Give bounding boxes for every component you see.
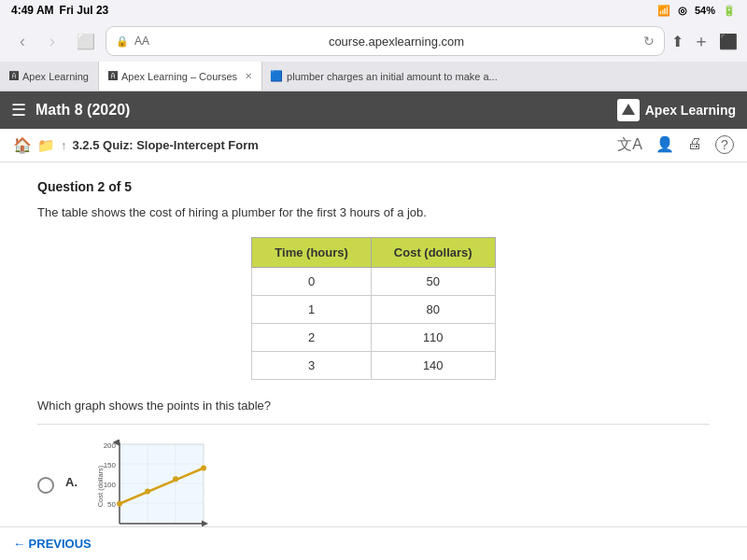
which-graph-text: Which graph shows the points in this tab… [37,399,710,413]
svg-text:2: 2 [174,526,178,527]
tab-apex-courses[interactable]: 🅰 Apex Learning – Courses ✕ [99,62,262,91]
browser-tabs: 🅰 Apex Learning 🅰 Apex Learning – Course… [0,62,747,91]
svg-marker-0 [622,104,635,115]
choice-a-label: A. [65,475,80,489]
tabs-icon[interactable]: ⬜ [77,33,95,50]
table-row: 3140 [252,351,495,379]
folder-icon[interactable]: 📁 [37,137,55,154]
table-cell: 140 [371,351,495,379]
address-bar[interactable]: 🔒 AA course.apexlearning.com ↻ [106,27,664,55]
graph-a-container: 200 150 100 50 0 1 2 3 Cost [92,440,222,527]
table-row: 2110 [252,323,495,351]
help-icon[interactable]: ? [715,135,734,154]
person-icon[interactable]: 👤 [655,135,674,155]
tab2-favicon: 🅰 [108,71,118,81]
table-cell: 80 [371,295,495,323]
translate-icon[interactable]: 文A [617,135,642,155]
app-title: Math 8 (2020) [35,102,130,119]
question-label: Question 2 of 5 [37,179,710,194]
font-size-indicator: AA [134,35,149,48]
location-icon: ◎ [678,5,687,17]
table-cell: 110 [371,323,495,351]
question-text: The table shows the cost of hiring a plu… [37,203,710,222]
svg-text:50: 50 [107,500,116,509]
apex-logo-icon [617,99,640,121]
table-row: 180 [252,295,495,323]
share-icon[interactable]: ⬆ [671,33,684,50]
app-header-left: ☰ Math 8 (2020) [11,100,130,120]
svg-text:1: 1 [146,526,150,527]
svg-text:0: 0 [118,526,122,527]
add-tab-icon[interactable]: ＋ [693,30,710,52]
svg-rect-1 [120,444,204,524]
quiz-nav: 🏠 📁 ↑ 3.2.5 Quiz: Slope-Intercept Form 文… [0,129,747,162]
table-cell: 0 [252,267,372,295]
svg-text:100: 100 [104,481,117,489]
apex-logo: Apex Learning [617,99,736,121]
bottom-nav: ← PREVIOUS [0,526,747,560]
svg-point-21 [117,500,122,506]
svg-point-24 [201,465,206,470]
data-table: Time (hours) Cost (dollars) 050180211031… [251,237,495,380]
tab3-favicon: 🟦 [270,70,283,82]
toolbar-actions: ⬆ ＋ ⬛ [671,30,738,52]
svg-text:3: 3 [202,526,206,527]
svg-text:Cost (dollars): Cost (dollars) [96,465,105,507]
forward-button[interactable]: › [39,28,65,54]
tab3-label: plumber charges an initial amount to mak… [287,71,498,82]
tab2-label: Apex Learning – Courses [121,71,237,82]
tab-plumber[interactable]: 🟦 plumber charges an initial amount to m… [262,62,747,91]
wifi-icon: 📶 [657,5,670,17]
table-row: 050 [252,267,495,295]
battery-level: 54% [695,5,715,16]
quiz-nav-right: 文A 👤 🖨 ? [617,135,734,155]
status-time: 4:49 AM [11,4,54,17]
table-header-time: Time (hours) [252,237,372,267]
tabs-count-icon[interactable]: ⬛ [719,33,738,50]
apex-logo-text: Apex Learning [645,103,736,118]
tab-apex-learning[interactable]: 🅰 Apex Learning [0,62,99,91]
print-icon[interactable]: 🖨 [687,135,702,155]
url-display[interactable]: course.apexlearning.com [155,35,638,49]
browser-toolbar: ‹ › ⬜ 🔒 AA course.apexlearning.com ↻ ⬆ ＋… [0,21,747,62]
quiz-nav-left: 🏠 📁 ↑ 3.2.5 Quiz: Slope-Intercept Form [13,136,259,154]
table-cell: 3 [252,351,372,379]
quiz-breadcrumb: 3.2.5 Quiz: Slope-Intercept Form [73,138,259,152]
hamburger-menu[interactable]: ☰ [11,100,26,120]
battery-icon: 🔋 [723,5,736,17]
radio-a[interactable] [37,477,54,494]
breadcrumb-arrow: ↑ [61,138,67,152]
browser-chrome: ‹ › ⬜ 🔒 AA course.apexlearning.com ↻ ⬆ ＋… [0,21,747,91]
status-day: Fri Jul 23 [60,4,109,17]
status-bar: 4:49 AM Fri Jul 23 📶 ◎ 54% 🔋 [0,0,747,21]
main-content: Question 2 of 5 The table shows the cost… [0,162,747,526]
reload-icon[interactable]: ↻ [643,34,655,49]
back-button[interactable]: ‹ [9,28,35,54]
prev-label: ← PREVIOUS [13,537,92,551]
table-cell: 2 [252,323,372,351]
svg-text:150: 150 [104,461,117,469]
tab1-favicon: 🅰 [9,71,19,81]
svg-point-23 [173,476,178,482]
lock-icon: 🔒 [116,35,129,48]
previous-button[interactable]: ← PREVIOUS [13,537,92,551]
table-cell: 50 [371,267,495,295]
divider [37,424,710,425]
nav-buttons: ‹ › [9,28,65,54]
graph-a-svg: 200 150 100 50 0 1 2 3 Cost [92,440,213,527]
table-cell: 1 [252,295,372,323]
table-header-cost: Cost (dollars) [371,237,495,267]
tab1-label: Apex Learning [22,71,89,82]
answer-choice-a: A. [37,440,710,527]
apex-logo-svg [620,102,637,119]
svg-text:200: 200 [104,441,117,450]
tab2-close[interactable]: ✕ [245,71,252,81]
home-icon[interactable]: 🏠 [13,136,32,154]
app-header: ☰ Math 8 (2020) Apex Learning [0,91,747,129]
svg-point-22 [145,488,150,494]
